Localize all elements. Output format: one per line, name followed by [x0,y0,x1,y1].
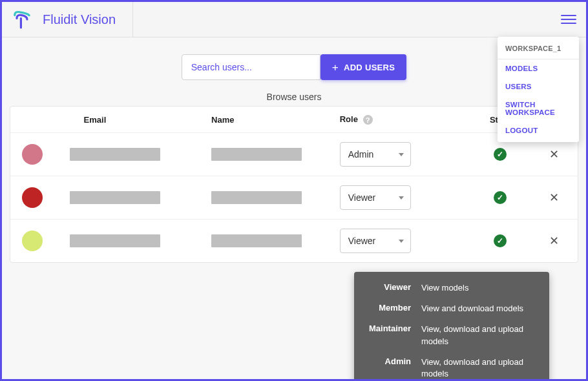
tooltip-row: Viewer View models [366,282,538,294]
role-select[interactable]: Viewer [340,229,411,253]
chevron-down-icon [399,153,404,156]
check-icon: ✓ [494,191,507,204]
add-users-label: ADD USERS [344,63,395,72]
role-select[interactable]: Viewer [340,185,411,210]
col-avatar [10,107,65,133]
add-users-button[interactable]: + ADD USERS [320,54,407,80]
app-header: Fluidit Vision [2,2,586,37]
plus-icon: + [332,62,339,73]
col-email: Email [65,107,207,133]
app-logo-icon [12,9,32,30]
chevron-down-icon [399,240,404,243]
menu-item-logout[interactable]: LOGOUT [498,121,579,139]
workspace-menu: WORKSPACE_1 MODELSUSERSSWITCH WORKSPACEL… [498,37,579,142]
close-icon[interactable]: ✕ [549,148,559,161]
chevron-down-icon [399,196,404,200]
avatar [22,187,43,208]
tooltip-row: Maintainer View, download and upload mod… [366,324,538,347]
tooltip-row: Admin View, download and upload modelsMa… [366,356,538,379]
menu-item-models[interactable]: MODELS [498,59,579,77]
role-value: Viewer [348,236,376,246]
menu-header: WORKSPACE_1 [498,37,579,59]
name-redacted [211,191,302,204]
app-title: Fluidit Vision [43,12,116,27]
menu-item-switch-workspace[interactable]: SWITCH WORKSPACE [498,96,579,121]
close-icon[interactable]: ✕ [549,234,559,247]
email-redacted [70,234,160,247]
users-table: Email Name Role ? State Admin ✓ [10,106,578,263]
check-icon: ✓ [494,234,507,247]
table-row: Viewer ✓ ✕ [10,220,578,263]
role-value: Viewer [348,192,376,203]
role-value: Admin [348,149,374,160]
role-tooltip: Viewer View models Member View and downl… [354,272,549,379]
role-select[interactable]: Admin [340,142,411,167]
table-row: Admin ✓ ✕ [10,133,578,176]
name-redacted [211,234,302,247]
avatar [22,231,43,251]
name-redacted [211,148,302,161]
avatar [22,144,43,165]
hamburger-menu-icon[interactable] [561,12,576,27]
tooltip-desc: View, download and upload models [421,324,538,347]
col-role: Role ? [335,107,470,133]
tooltip-desc: View models [421,282,468,294]
tooltip-role: Maintainer [366,324,411,347]
tooltip-row: Member View and download models [366,303,538,314]
tooltip-desc: View, download and upload modelsManage u… [421,356,538,379]
tooltip-role: Member [366,303,411,314]
col-name: Name [206,107,335,133]
close-icon[interactable]: ✕ [549,191,559,204]
menu-item-users[interactable]: USERS [498,77,579,96]
tooltip-role: Admin [366,356,411,379]
tooltip-role: Viewer [366,282,411,294]
help-icon[interactable]: ? [363,115,373,125]
tooltip-desc: View and download models [421,303,523,314]
col-role-label: Role [340,114,358,124]
email-redacted [70,148,160,161]
table-row: Viewer ✓ ✕ [10,176,578,220]
email-redacted [70,191,160,204]
check-icon: ✓ [494,148,507,161]
logo-area[interactable]: Fluidit Vision [12,2,133,37]
search-input[interactable] [182,54,320,80]
